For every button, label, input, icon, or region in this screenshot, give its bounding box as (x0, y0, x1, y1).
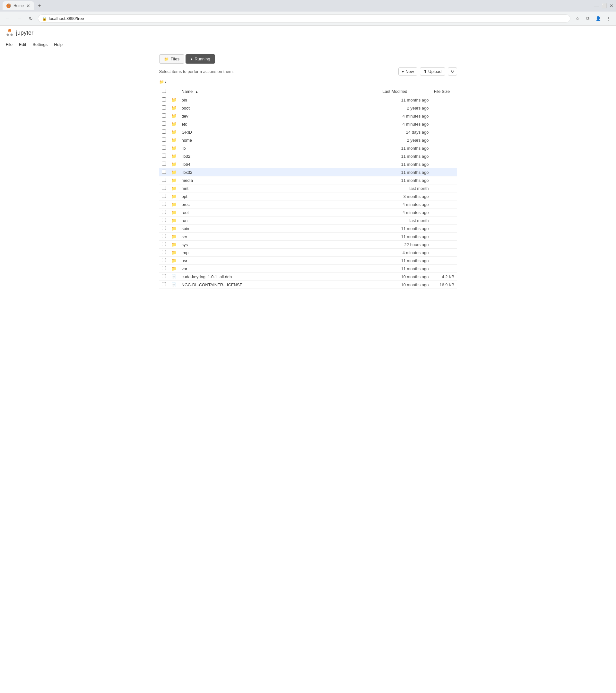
file-link[interactable]: dev (182, 114, 188, 119)
column-name[interactable]: Name ▲ (179, 87, 380, 96)
row-checkbox-cell (159, 241, 168, 249)
row-name-cell: bin (179, 96, 380, 104)
row-checkbox[interactable] (162, 170, 166, 174)
file-link[interactable]: lib64 (182, 162, 190, 167)
row-checkbox[interactable] (162, 210, 166, 214)
row-checkbox-cell (159, 257, 168, 265)
row-checkbox[interactable] (162, 97, 166, 101)
file-link[interactable]: media (182, 178, 193, 183)
row-checkbox[interactable] (162, 282, 166, 286)
file-link[interactable]: GRID (182, 130, 192, 135)
address-bar[interactable]: 🔒 localhost:8890/tree (38, 15, 570, 22)
file-link[interactable]: lib32 (182, 154, 190, 159)
jupyter-page: jupyter File Edit Settings Help 📁 Files … (0, 26, 616, 693)
menu-settings[interactable]: Settings (32, 41, 48, 48)
file-link[interactable]: libx32 (182, 170, 192, 175)
row-checkbox[interactable] (162, 234, 166, 238)
row-modified-cell: 4 minutes ago (380, 120, 431, 128)
file-link[interactable]: bin (182, 98, 187, 102)
row-checkbox-cell (159, 193, 168, 200)
file-table: Name ▲ Last Modified File Size 📁 bin 11 … (159, 87, 457, 289)
row-name-cell: proc (179, 200, 380, 209)
row-checkbox[interactable] (162, 218, 166, 222)
file-link[interactable]: srv (182, 234, 187, 239)
refresh-button[interactable]: ↻ (448, 67, 457, 76)
file-table-header: Name ▲ Last Modified File Size (159, 87, 457, 96)
row-checkbox[interactable] (162, 250, 166, 254)
back-button[interactable]: ← (3, 14, 12, 23)
file-link[interactable]: sys (182, 242, 188, 247)
row-checkbox[interactable] (162, 242, 166, 246)
row-checkbox-cell (159, 169, 168, 176)
file-link[interactable]: mnt (182, 186, 189, 191)
row-checkbox[interactable] (162, 266, 166, 270)
maximize-button[interactable]: ⬜ (601, 3, 607, 8)
file-link[interactable]: usr (182, 258, 187, 263)
file-link[interactable]: run (182, 218, 188, 223)
breadcrumb: 📁 / (159, 78, 457, 85)
folder-icon: 📁 (171, 178, 177, 183)
file-link[interactable]: opt (182, 194, 187, 199)
row-checkbox[interactable] (162, 194, 166, 198)
close-window-button[interactable]: ✕ (610, 3, 613, 8)
column-size: File Size (431, 87, 457, 96)
menu-edit[interactable]: Edit (18, 41, 27, 48)
file-link[interactable]: etc (182, 122, 187, 126)
row-checkbox[interactable] (162, 145, 166, 150)
file-link[interactable]: boot (182, 106, 190, 111)
tab-running[interactable]: ● Running (186, 54, 215, 64)
browser-toolbar: ← → ↻ 🔒 localhost:8890/tree ☆ ⧉ 👤 ⋮ (0, 12, 616, 26)
select-all-checkbox[interactable] (162, 89, 166, 93)
row-checkbox-cell (159, 224, 168, 233)
row-size-cell (431, 184, 457, 193)
row-name-cell: GRID (179, 128, 380, 136)
folder-icon: 📁 (171, 226, 177, 231)
row-checkbox[interactable] (162, 178, 166, 182)
row-checkbox[interactable] (162, 202, 166, 206)
row-checkbox[interactable] (162, 154, 166, 158)
row-type-icon-cell: 📁 (168, 152, 179, 160)
row-size-cell (431, 152, 457, 160)
menu-help[interactable]: Help (53, 41, 63, 48)
row-checkbox[interactable] (162, 226, 166, 230)
profile-button[interactable]: 👤 (594, 14, 602, 23)
tab-close-button[interactable]: ✕ (26, 3, 30, 8)
tab-files[interactable]: 📁 Files (159, 54, 184, 64)
file-link[interactable]: NGC-DL-CONTAINER-LICENSE (182, 282, 243, 287)
bookmark-button[interactable]: ☆ (573, 14, 582, 23)
row-type-icon-cell: 📁 (168, 224, 179, 233)
row-checkbox[interactable] (162, 138, 166, 142)
upload-button[interactable]: ⬆ Upload (420, 67, 445, 76)
browser-tab[interactable]: Home ✕ (3, 1, 34, 10)
file-link[interactable]: proc (182, 202, 190, 207)
settings-button[interactable]: ⋮ (604, 14, 613, 23)
new-tab-button[interactable]: + (35, 2, 44, 10)
row-checkbox[interactable] (162, 130, 166, 134)
new-button[interactable]: ▾ New (398, 67, 417, 76)
row-checkbox[interactable] (162, 105, 166, 110)
file-link[interactable]: cuda-keyring_1.0-1_all.deb (182, 274, 232, 279)
row-name-cell: libx32 (179, 169, 380, 176)
file-link[interactable]: root (182, 210, 189, 215)
file-link[interactable]: sbin (182, 226, 189, 231)
row-checkbox[interactable] (162, 274, 166, 278)
reload-button[interactable]: ↻ (26, 14, 35, 23)
row-checkbox[interactable] (162, 258, 166, 262)
file-link[interactable]: var (182, 266, 187, 271)
folder-icon: 📁 (171, 154, 177, 159)
row-checkbox[interactable] (162, 162, 166, 166)
menu-file[interactable]: File (5, 41, 13, 48)
file-icon: 📄 (171, 274, 177, 279)
forward-button[interactable]: → (15, 14, 24, 23)
file-link[interactable]: lib (182, 146, 186, 151)
row-checkbox[interactable] (162, 186, 166, 190)
row-type-icon-cell: 📁 (168, 209, 179, 217)
row-checkbox[interactable] (162, 114, 166, 118)
row-checkbox[interactable] (162, 121, 166, 126)
row-checkbox-cell (159, 120, 168, 128)
extensions-button[interactable]: ⧉ (583, 14, 592, 23)
row-type-icon-cell: 📁 (168, 144, 179, 152)
file-link[interactable]: tmp (182, 250, 189, 255)
file-link[interactable]: home (182, 138, 192, 143)
minimize-button[interactable]: — (594, 3, 599, 9)
